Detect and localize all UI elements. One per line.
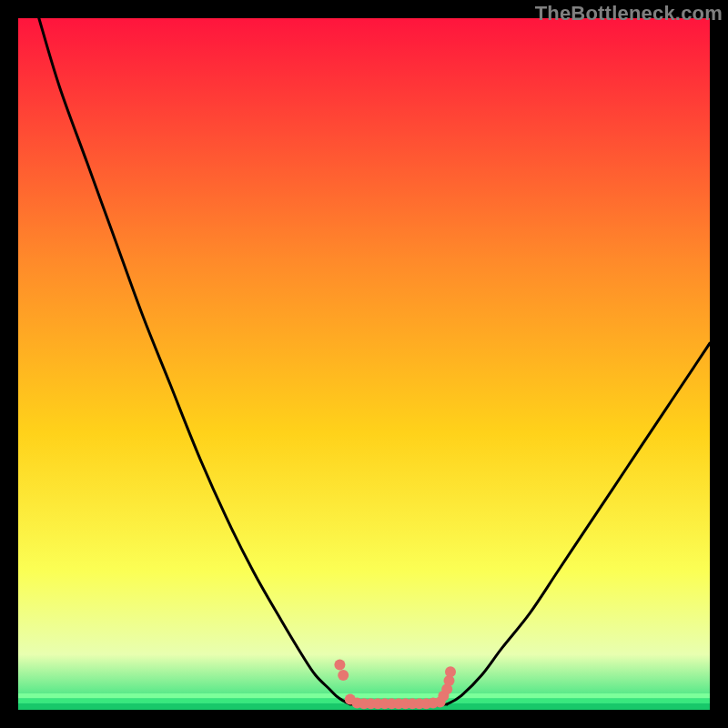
watermark-text: TheBottleneck.com — [535, 2, 723, 25]
chart-frame: TheBottleneck.com — [0, 0, 728, 728]
chart-plot-area — [18, 18, 710, 710]
marker-point — [334, 660, 345, 671]
chart-svg — [18, 18, 710, 710]
chart-stripe-1 — [18, 693, 710, 698]
marker-point — [445, 666, 456, 677]
marker-point — [338, 670, 349, 681]
chart-gradient-bg — [18, 18, 710, 710]
